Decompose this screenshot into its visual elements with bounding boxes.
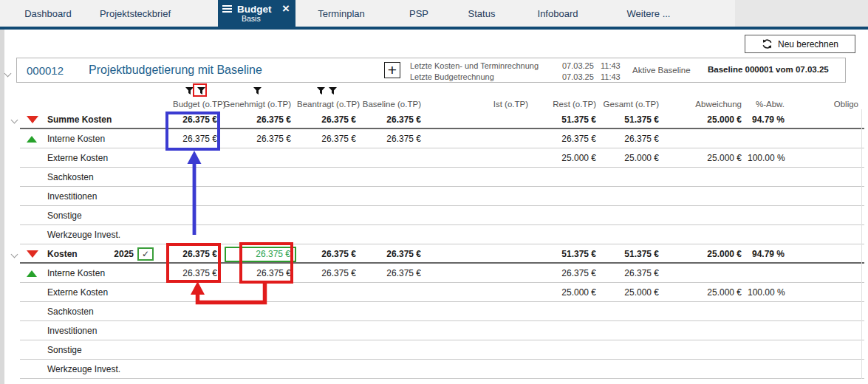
green-triangle-up-icon bbox=[27, 270, 37, 277]
cell-beantragt[interactable]: 26.375 € bbox=[297, 249, 362, 259]
table-row[interactable]: Summe Kosten26.375 €26.375 €26.375 €26.3… bbox=[4, 110, 864, 129]
cell-rest[interactable]: 26.375 € bbox=[534, 268, 602, 278]
add-button[interactable]: + bbox=[384, 62, 400, 78]
calc-time: 11:43 bbox=[601, 72, 630, 81]
cell-rest[interactable]: 25.000 € bbox=[534, 287, 602, 298]
cell-gesamt[interactable]: 51.375 € bbox=[602, 114, 665, 125]
table-row[interactable]: Kosten2025✓26.375 €26.375 €26.375 €26.37… bbox=[4, 244, 864, 264]
editable-genehmigt-cell[interactable]: 26.375 € bbox=[225, 247, 296, 262]
expand-chevron-icon[interactable] bbox=[10, 250, 18, 258]
tab-infoboard[interactable]: Infoboard bbox=[517, 0, 598, 27]
project-id: 000012 bbox=[27, 64, 64, 77]
cell-pabw[interactable]: 94.79 % bbox=[748, 114, 790, 125]
cell-gesamt[interactable]: 51.375 € bbox=[602, 249, 665, 259]
cell-genehmigt[interactable]: 26.375 € bbox=[223, 246, 297, 263]
expand-chevron-icon[interactable] bbox=[10, 116, 18, 123]
column-header-beantragt[interactable]: Beantragt (o.TP) bbox=[297, 100, 362, 109]
cell-genehmigt[interactable]: 26.375 € bbox=[223, 268, 297, 278]
close-tab-icon[interactable]: × bbox=[282, 4, 290, 14]
table-row[interactable]: Sonstige bbox=[4, 340, 864, 360]
table-row[interactable]: Werkzeuge Invest. bbox=[4, 360, 864, 379]
column-header-budget[interactable]: Budget (o.TP) bbox=[173, 100, 223, 109]
filter-icon[interactable] bbox=[253, 87, 262, 95]
cell-gesamt[interactable]: 25.000 € bbox=[602, 287, 665, 298]
cell-genehmigt[interactable]: 26.375 € bbox=[223, 114, 297, 125]
table-row[interactable]: Investitionen bbox=[4, 321, 864, 340]
row-name: Sonstige bbox=[47, 345, 82, 355]
column-header-genehmigt[interactable]: Genehmigt (o.TP) bbox=[223, 100, 297, 109]
cell-rest[interactable]: 25.000 € bbox=[534, 153, 602, 163]
tab-bar-underline bbox=[0, 27, 868, 30]
tab-projektsteckbrief[interactable]: Projektsteckbrief bbox=[95, 0, 176, 27]
column-header-ist[interactable]: Ist (o.TP) bbox=[427, 100, 534, 109]
tab-weitere[interactable]: Weitere ... bbox=[608, 0, 689, 27]
cell-gesamt[interactable]: 25.000 € bbox=[602, 153, 665, 163]
cell-budget[interactable]: 26.375 € bbox=[173, 114, 223, 125]
column-header-pabw[interactable]: %-Abw. bbox=[748, 100, 790, 109]
column-header-rest[interactable]: Rest (o.TP) bbox=[534, 100, 602, 109]
tab-budget-sublabel: Basis bbox=[242, 14, 291, 23]
cell-beantragt[interactable]: 26.375 € bbox=[297, 134, 362, 144]
year-checkbox[interactable]: ✓ bbox=[137, 247, 154, 261]
filter-icon[interactable] bbox=[316, 87, 326, 95]
table-row[interactable]: Werkzeuge Invest. bbox=[4, 225, 864, 244]
hamburger-icon[interactable] bbox=[222, 5, 232, 13]
cell-abweichung[interactable]: 25.000 € bbox=[665, 114, 748, 125]
table-header-row: Budget (o.TP)Genehmigt (o.TP)Beantragt (… bbox=[4, 97, 864, 110]
filter-icon[interactable] bbox=[197, 87, 206, 95]
table-row[interactable]: Interne Kosten26.375 €26.375 €26.375 €26… bbox=[4, 129, 864, 148]
tab-terminplan[interactable]: Terminplan bbox=[301, 0, 382, 27]
tab-budget[interactable]: Budget × Basis bbox=[218, 0, 295, 27]
cell-beantragt[interactable]: 26.375 € bbox=[297, 268, 362, 278]
table-row[interactable]: Sachkosten bbox=[4, 168, 864, 187]
filter-cell-genehmigt[interactable] bbox=[220, 87, 294, 95]
tab-bar: Dashboard Projektsteckbrief Budget × Bas… bbox=[0, 0, 868, 27]
filter-cell-budget[interactable] bbox=[170, 87, 220, 95]
table-right-border bbox=[861, 109, 862, 379]
filter-icon[interactable] bbox=[328, 87, 338, 95]
table-row[interactable]: Sachkosten bbox=[4, 302, 864, 321]
cell-budget[interactable]: 26.375 € bbox=[173, 268, 223, 278]
table-row[interactable]: Externe Kosten25.000 €25.000 €25.000 €10… bbox=[4, 148, 864, 168]
cell-baseline[interactable]: 26.375 € bbox=[362, 268, 427, 278]
cell-gesamt[interactable]: 26.375 € bbox=[602, 134, 665, 144]
recalculate-button[interactable]: Neu berechnen bbox=[745, 35, 855, 53]
table-row[interactable]: Interne Kosten26.375 €26.375 €26.375 €26… bbox=[4, 264, 864, 283]
cell-pabw[interactable]: 100.00 % bbox=[748, 287, 790, 298]
tab-status[interactable]: Status bbox=[441, 0, 522, 27]
cell-baseline[interactable]: 26.375 € bbox=[362, 114, 427, 125]
cell-baseline[interactable]: 26.375 € bbox=[362, 134, 427, 144]
cell-baseline[interactable]: 26.375 € bbox=[362, 249, 427, 259]
cell-genehmigt[interactable]: 26.375 € bbox=[223, 134, 297, 144]
filter-cell-beantragt[interactable] bbox=[294, 87, 359, 95]
table-row[interactable]: Investitionen bbox=[4, 187, 864, 206]
table-rows: Summe Kosten26.375 €26.375 €26.375 €26.3… bbox=[4, 110, 864, 379]
column-header-abweichung[interactable]: Abweichung bbox=[665, 100, 748, 109]
cell-abweichung[interactable]: 25.000 € bbox=[665, 153, 748, 163]
column-header-gesamt[interactable]: Gesamt (o.TP) bbox=[602, 100, 665, 109]
row-name: Summe Kosten bbox=[47, 114, 112, 125]
calc-date: 07.03.25 bbox=[562, 61, 601, 70]
green-triangle-up-icon bbox=[27, 136, 37, 143]
cell-beantragt[interactable]: 26.375 € bbox=[297, 114, 362, 125]
red-triangle-down-icon bbox=[27, 250, 38, 258]
filter-icon[interactable] bbox=[185, 87, 194, 95]
cell-budget[interactable]: 26.375 € bbox=[173, 134, 223, 144]
tab-budget-label: Budget bbox=[237, 4, 282, 15]
calc-date: 07.03.25 bbox=[562, 72, 601, 81]
collapse-chevron-icon[interactable] bbox=[5, 66, 10, 79]
cell-pabw[interactable]: 94.79 % bbox=[748, 249, 790, 259]
table-row[interactable]: Externe Kosten25.000 €25.000 €25.000 €10… bbox=[4, 283, 864, 302]
column-header-obligo[interactable]: Obligo bbox=[790, 100, 864, 109]
cell-pabw[interactable]: 100.00 % bbox=[748, 153, 790, 163]
table-row[interactable]: Sonstige bbox=[4, 206, 864, 225]
cell-rest[interactable]: 51.375 € bbox=[534, 249, 602, 259]
cell-gesamt[interactable]: 26.375 € bbox=[602, 268, 665, 278]
cell-abweichung[interactable]: 25.000 € bbox=[665, 249, 748, 259]
column-header-baseline[interactable]: Baseline (o.TP) bbox=[362, 100, 427, 109]
cell-abweichung[interactable]: 25.000 € bbox=[665, 287, 748, 298]
cell-rest[interactable]: 51.375 € bbox=[534, 114, 602, 125]
tab-dashboard[interactable]: Dashboard bbox=[7, 0, 89, 27]
cell-budget[interactable]: 26.375 € bbox=[173, 249, 223, 259]
cell-rest[interactable]: 26.375 € bbox=[534, 134, 602, 144]
